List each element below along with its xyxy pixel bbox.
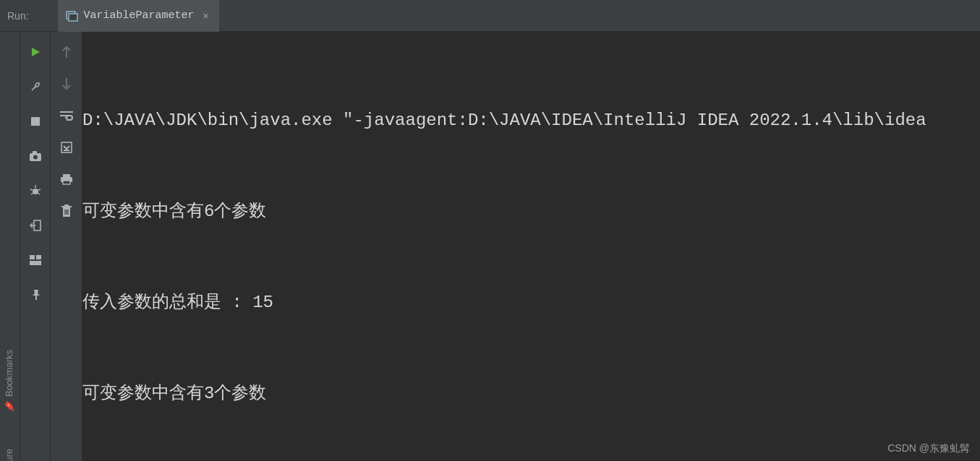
camera-icon[interactable] xyxy=(27,147,44,165)
soft-wrap-icon[interactable] xyxy=(58,107,75,124)
watermark: CSDN @东豫虬髯 xyxy=(887,442,970,455)
run-actions-toolbar xyxy=(20,32,51,461)
bookmarks-tool[interactable]: 🔖 Bookmarks xyxy=(4,350,14,413)
structure-tool[interactable]: cture xyxy=(4,449,14,461)
bookmark-icon: 🔖 xyxy=(4,401,14,413)
svg-line-10 xyxy=(38,189,41,190)
pin-icon[interactable] xyxy=(27,286,44,303)
svg-rect-5 xyxy=(33,151,37,154)
run-tab[interactable]: VariableParameter × xyxy=(58,0,219,32)
close-icon[interactable]: × xyxy=(200,10,212,22)
left-gutter: 🔖 Bookmarks cture xyxy=(0,32,20,461)
trash-icon[interactable] xyxy=(58,202,75,220)
svg-rect-15 xyxy=(36,255,41,259)
run-config-icon xyxy=(65,9,78,22)
wrench-icon[interactable] xyxy=(27,78,44,95)
console-line: 传入参数的总和是 : 15 xyxy=(82,288,980,318)
console-line: D:\JAVA\JDK\bin\java.exe "-javaagent:D:\… xyxy=(82,105,980,136)
main-area: 🔖 Bookmarks cture xyxy=(0,32,980,461)
console-actions-toolbar xyxy=(51,32,82,461)
run-toolbar: Run: VariableParameter × xyxy=(0,0,980,32)
svg-line-11 xyxy=(31,193,33,194)
svg-rect-1 xyxy=(69,14,77,21)
console-line: 可变参数中含有3个参数 xyxy=(82,379,980,409)
console-line: 可变参数中含有6个参数 xyxy=(82,197,980,227)
run-label: Run: xyxy=(7,10,29,22)
svg-line-9 xyxy=(30,189,33,190)
svg-rect-24 xyxy=(63,174,70,177)
svg-rect-3 xyxy=(31,117,40,126)
exit-icon[interactable] xyxy=(27,217,44,234)
svg-rect-29 xyxy=(64,204,69,206)
stop-button[interactable] xyxy=(27,113,44,130)
svg-marker-17 xyxy=(33,290,40,296)
scroll-to-end-icon[interactable] xyxy=(58,139,75,156)
print-icon[interactable] xyxy=(58,171,75,188)
console-output[interactable]: D:\JAVA\JDK\bin\java.exe "-javaagent:D:\… xyxy=(82,32,980,461)
rerun-button[interactable] xyxy=(27,43,44,61)
svg-rect-26 xyxy=(63,181,70,184)
run-tab-label: VariableParameter xyxy=(84,9,195,22)
debug-icon[interactable] xyxy=(27,182,44,199)
svg-line-12 xyxy=(38,193,40,194)
svg-rect-14 xyxy=(30,255,35,259)
down-arrow-icon[interactable] xyxy=(58,75,75,92)
svg-point-7 xyxy=(33,189,38,194)
svg-rect-28 xyxy=(61,206,72,207)
svg-point-6 xyxy=(33,155,38,160)
up-arrow-icon[interactable] xyxy=(58,43,75,61)
layout-icon[interactable] xyxy=(27,251,44,269)
svg-rect-16 xyxy=(30,261,41,265)
svg-marker-2 xyxy=(32,48,40,56)
